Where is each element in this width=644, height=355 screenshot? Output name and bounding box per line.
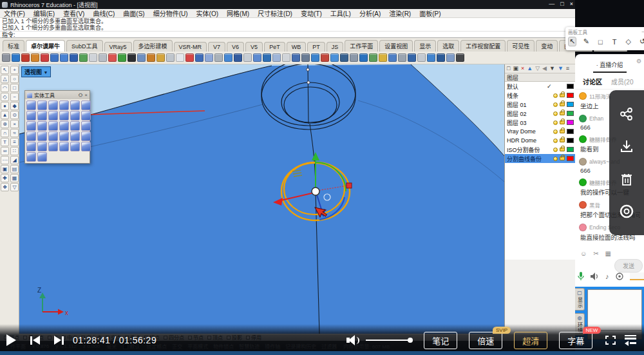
gumball-center[interactable] [312,187,319,195]
layer-color-swatch[interactable] [567,93,574,98]
solid-tool-icon[interactable] [37,121,47,131]
toolbar-tab[interactable]: VSR-MR [174,42,207,52]
minimize-icon[interactable]: — [642,28,644,35]
solid-tool-icon[interactable] [59,101,69,110]
toolbar-icon[interactable] [185,53,194,62]
record-camera-icon[interactable] [616,273,623,280]
solid-tool-icon[interactable] [48,121,58,131]
toolbar-icon[interactable] [79,53,88,62]
layer-row[interactable]: 图层 02 ✓ [505,109,575,118]
toolbar-icon[interactable] [301,53,310,62]
sidebar-tool-icon[interactable]: ◢ [10,156,19,164]
layer-visibility-icon[interactable] [553,148,558,152]
toolbar-tab[interactable]: 卓尔谟犀牛 [26,40,65,52]
solid-tool-icon[interactable] [26,142,36,151]
board-tool-icon[interactable]: □ [596,37,605,46]
record-icon[interactable] [618,203,635,220]
menu-item[interactable]: 编辑(E) [33,8,55,18]
layer-row[interactable]: ISO分割备份 ✓ [505,145,575,154]
tab-discussion[interactable]: 讨论区 [583,77,602,86]
layer-visibility-icon[interactable] [553,120,558,125]
sidebar-tool-icon[interactable]: ≡ [10,138,19,146]
share-icon[interactable] [618,106,635,122]
menu-item[interactable]: 查看(V) [63,8,84,18]
layer-visibility-icon[interactable] [553,130,558,134]
solid-tool-icon[interactable] [59,142,69,151]
toolbar-icon[interactable] [437,53,445,62]
layers-toolbar-icon[interactable]: ▼ [558,66,564,72]
menu-item[interactable]: 渲染(R) [389,8,411,18]
sidebar-tool-icon[interactable]: ◆ [10,102,19,110]
menu-item[interactable]: 文件(F) [4,8,25,18]
layers-toolbar-icon[interactable]: × [521,66,524,72]
sidebar-tool-icon[interactable]: ✚ [1,174,9,182]
toolbar-icon[interactable] [156,53,165,62]
sidebar-tool-icon[interactable]: ❖ [1,183,9,191]
toolbar-icon[interactable] [166,53,175,62]
toolbar-tab[interactable]: VRay5 [104,42,132,52]
layer-lock-icon[interactable] [560,120,565,124]
layers-toolbar-icon[interactable]: ▼ [549,66,555,72]
solid-tool-icon[interactable] [70,111,80,120]
board-tool-icon[interactable]: ↖ [568,37,576,46]
solid-tool-icon[interactable] [48,111,58,120]
toolbar-tab[interactable]: 多边形建模 [133,40,173,52]
send-button[interactable]: 发送 [614,259,643,273]
command-prompt[interactable]: 指令: [0,31,575,38]
menu-item[interactable]: 分析(A) [359,8,381,18]
sidebar-tool-icon[interactable]: ~ [10,93,19,101]
toolbar-icon[interactable] [350,53,358,62]
layer-lock-icon[interactable] [560,139,565,142]
layer-row[interactable]: Vray Dome ✓ [505,127,575,136]
volume-icon[interactable] [346,335,359,345]
sidebar-tool-icon[interactable]: ↖ [1,66,9,74]
toolbar-tab[interactable]: PeT [264,42,285,52]
toolbar-icon[interactable] [195,53,204,62]
sidebar-tool-icon[interactable]: ◇ [1,93,9,101]
chat-attach-icon[interactable]: ☺ [580,250,587,257]
toolbar-icon[interactable] [330,53,339,62]
layer-color-swatch[interactable] [567,120,574,125]
toolbar-icon[interactable] [224,53,232,62]
toolbar-icon[interactable] [60,53,68,62]
toolbar-tab[interactable]: 可见性 [507,40,535,52]
layers-toolbar-icon[interactable]: ≡ [566,66,569,72]
solid-tool-icon[interactable] [81,121,91,131]
layer-lock-icon[interactable] [560,93,565,97]
sidebar-tool-icon[interactable]: + [10,66,19,74]
sidebar-tool-icon[interactable]: ▤ [10,165,19,173]
layer-row[interactable]: 图层 03 ✓ [505,118,575,127]
solid-tool-icon[interactable] [26,152,36,162]
layers-toolbar-icon[interactable]: ▣ [513,66,518,72]
sidebar-tool-icon[interactable]: ⋯ [1,156,9,164]
toolbar-icon[interactable] [427,53,435,62]
solid-tools-palette[interactable]: 实体工具 ⛭ × [24,90,90,164]
layers-toolbar-icon[interactable]: ▲ [527,66,533,72]
sidebar-tool-icon[interactable]: ▣ [1,165,9,173]
toolbar-icon[interactable] [205,53,213,62]
toolbar-icon[interactable] [311,53,319,62]
toolbar-icon[interactable] [108,53,117,62]
sidebar-tool-icon[interactable]: ⊙ [10,111,19,119]
volume-slider[interactable] [366,340,412,341]
next-icon[interactable] [54,336,64,345]
toolbar-icon[interactable] [214,53,223,62]
solid-tool-icon[interactable] [81,101,91,110]
layer-row[interactable]: 图层 01 ✓ [505,100,575,109]
sidebar-tool-icon[interactable]: ● [1,102,9,110]
layer-row[interactable]: 分割曲线备份 ✓ [505,154,575,163]
solid-tool-icon[interactable] [59,131,69,141]
solid-tool-icon[interactable] [81,131,91,141]
toolbar-icon[interactable] [2,53,10,62]
sidebar-tool-icon[interactable]: ∞ [1,147,9,155]
gumball-scale-handle[interactable] [346,183,352,188]
layer-row[interactable]: HDR Dome ✓ [505,136,575,145]
menu-item[interactable]: 网格(M) [227,8,249,18]
toolbar-icon[interactable] [99,53,107,62]
toolbar-icon[interactable] [12,53,20,62]
sidebar-tool-icon[interactable]: ◠ [1,84,9,92]
toolbar-icon[interactable] [408,53,416,62]
tab-members[interactable]: 成员(20 [611,77,633,86]
chat-input[interactable] [630,273,644,280]
solid-tool-icon[interactable] [70,101,80,110]
